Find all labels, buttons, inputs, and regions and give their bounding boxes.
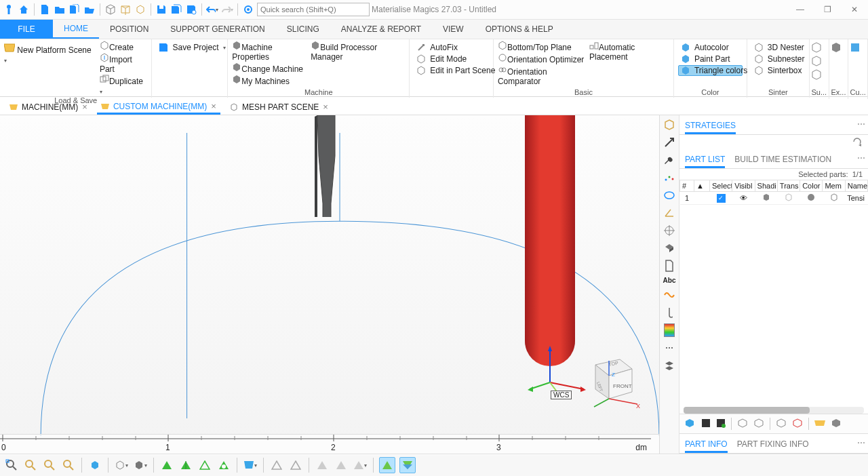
zoom-in1-icon[interactable] <box>23 458 38 473</box>
tab-part-list[interactable]: PART LIST <box>685 155 725 168</box>
bt-gtri1-icon[interactable] <box>269 458 284 473</box>
vt-layers-icon[interactable] <box>663 359 676 372</box>
bottom-top-plane-button[interactable]: Bottom/Top Plane <box>498 41 585 52</box>
quick-search-input[interactable] <box>257 3 370 16</box>
panel-menu-icon[interactable]: ⋯ <box>857 119 865 129</box>
view-cube[interactable]: TOP FRONT LEFT Z X <box>579 354 640 410</box>
vt-arrow-icon[interactable] <box>663 136 676 149</box>
bt-cube1-icon[interactable] <box>87 458 102 473</box>
mem-cube-icon[interactable] <box>830 195 838 203</box>
save-icon[interactable] <box>155 3 167 16</box>
ribbon-cube4-icon[interactable] <box>831 42 847 55</box>
tab-machine[interactable]: MACHINE(MM)× <box>5 99 92 115</box>
rb7-icon[interactable] <box>792 418 803 430</box>
tab-strategies[interactable]: STRATEGIES <box>685 121 736 134</box>
machine-properties-button[interactable]: Machine Properties <box>232 41 307 62</box>
bt-tri2-icon[interactable] <box>178 458 193 473</box>
3d-nester-button[interactable]: 3D Nester <box>751 42 805 53</box>
color-swatch[interactable] <box>808 194 814 201</box>
home-icon[interactable] <box>18 3 30 16</box>
menu-analyze[interactable]: ANALYZE & REPORT <box>330 20 432 39</box>
automatic-placement-button[interactable]: Automatic Placement <box>589 41 669 62</box>
maximize-button[interactable]: ❐ <box>814 0 841 19</box>
close-tab-icon[interactable]: × <box>211 101 216 111</box>
bt-cube3-icon[interactable]: ▾ <box>133 458 148 473</box>
tab-part-fixing[interactable]: PART FIXING INFO <box>737 439 809 453</box>
rb2-icon[interactable] <box>701 418 711 430</box>
gear-icon[interactable] <box>242 3 254 16</box>
tab-part-info[interactable]: PART INFO <box>685 439 728 453</box>
bt-tri4-icon[interactable] <box>216 458 231 473</box>
vt-wrench-icon[interactable] <box>663 153 676 167</box>
edit-part-scene-button[interactable]: Edit in Part Scene <box>414 65 489 76</box>
orientation-comparator-button[interactable]: Orientation Comparator <box>498 65 585 86</box>
new-platform-scene-button[interactable]: New Platform Scene ▾ <box>4 41 93 64</box>
close-tab-icon[interactable]: × <box>323 102 328 112</box>
box2-icon[interactable] <box>134 3 146 16</box>
paint-part-button[interactable]: Paint Part <box>678 54 743 64</box>
tab-custom-machine[interactable]: CUSTOM MACHINE(MM)× <box>97 98 220 115</box>
table-row[interactable]: 1 ✓ 👁 Tensi <box>680 192 868 205</box>
bt-sel2-icon[interactable] <box>399 457 416 473</box>
vt-dots-icon[interactable] <box>663 171 676 184</box>
vt-page-icon[interactable] <box>663 259 676 273</box>
vt-angle-icon[interactable] <box>663 206 676 220</box>
rb8-icon[interactable] <box>814 419 825 429</box>
bt-view1-icon[interactable]: ▾ <box>243 458 258 473</box>
panel-menu-icon[interactable]: ⋯ <box>857 438 865 448</box>
vt-gradient-icon[interactable] <box>663 323 676 337</box>
menu-position[interactable]: POSITION <box>99 20 159 39</box>
vt-wave-icon[interactable] <box>663 288 676 302</box>
my-machines-button[interactable]: My Machines <box>232 75 307 86</box>
bt-cube2-icon[interactable]: ▾ <box>114 458 129 473</box>
triangle-colors-button[interactable]: Triangle colors <box>678 65 743 76</box>
part-list-table[interactable]: # ▲ Select Visibl Shadi Trans Color Mem … <box>679 180 868 205</box>
change-machine-button[interactable]: Change Machine <box>232 62 307 74</box>
ribbon-cube3-icon[interactable] <box>811 69 827 82</box>
eye-icon[interactable]: 👁 <box>740 194 747 202</box>
orientation-optimizer-button[interactable]: Orientation Optimizer <box>498 53 585 64</box>
close-button[interactable]: ✕ <box>841 0 868 19</box>
vt-clip-icon[interactable] <box>663 306 676 319</box>
bt-tri3-icon[interactable] <box>197 458 212 473</box>
trans-cube-icon[interactable] <box>785 195 793 203</box>
redo-icon[interactable]: ▾ <box>221 3 233 16</box>
vt-abc-icon[interactable]: Abc <box>663 277 676 284</box>
vt-crosshair-icon[interactable] <box>663 224 676 237</box>
shade-cube-icon[interactable] <box>762 195 770 203</box>
tab-mesh-part-scene[interactable]: MESH PART SCENE× <box>226 99 332 115</box>
ribbon-cube5-icon[interactable] <box>850 42 866 55</box>
menu-file[interactable]: FILE <box>0 20 53 39</box>
import-part-button[interactable]: Import Part <box>100 53 148 74</box>
menu-home[interactable]: HOME <box>53 20 99 39</box>
ribbon-cube1-icon[interactable] <box>811 42 827 55</box>
create-button[interactable]: Create <box>100 41 148 52</box>
autofix-button[interactable]: AutoFix <box>414 42 489 53</box>
panel-menu-icon[interactable]: ⋯ <box>857 153 865 163</box>
bt-gtri3-icon[interactable] <box>315 458 330 473</box>
save-as-icon[interactable] <box>185 3 197 16</box>
rb1-icon[interactable] <box>684 418 696 431</box>
minimize-button[interactable]: — <box>787 0 814 19</box>
rb9-icon[interactable] <box>831 418 842 430</box>
rb6-icon[interactable] <box>776 418 787 430</box>
undo-icon[interactable]: ▾ <box>206 3 218 16</box>
menu-view[interactable]: VIEW <box>432 20 475 39</box>
sinterbox-button[interactable]: Sinterbox <box>751 65 805 76</box>
box-icon[interactable] <box>119 3 132 16</box>
close-tab-icon[interactable]: × <box>82 102 87 112</box>
multi-file-icon[interactable] <box>68 3 81 16</box>
open-project-icon[interactable] <box>83 3 96 16</box>
tab-build-time[interactable]: BUILD TIME ESTIMATION <box>734 155 831 168</box>
subnester-button[interactable]: Subnester <box>751 54 805 64</box>
cube-icon[interactable] <box>104 3 117 16</box>
open-file-icon[interactable] <box>54 3 66 16</box>
duplicate-button[interactable]: Duplicate ▾ <box>100 75 148 96</box>
rb3-icon[interactable] <box>716 418 726 430</box>
bt-gtri5-icon[interactable]: ▾ <box>353 458 368 473</box>
rb4-icon[interactable] <box>737 418 748 430</box>
vt-cube-icon[interactable] <box>663 118 676 132</box>
ribbon-cube2-icon[interactable] <box>811 56 827 68</box>
menu-support[interactable]: SUPPORT GENERATION <box>159 20 275 39</box>
save-all-icon[interactable] <box>170 3 182 16</box>
